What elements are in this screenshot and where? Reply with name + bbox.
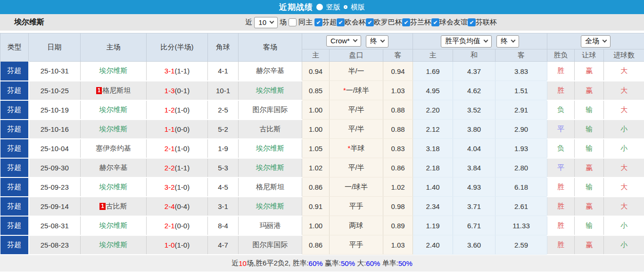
bookmaker-select[interactable]: Crow*: [326, 35, 361, 47]
result-wdl-cell: 负: [547, 100, 575, 120]
chevron-down-icon: [484, 38, 488, 42]
away-team-cell: 赫尔辛基: [239, 62, 302, 81]
table-row: 芬超25-09-141古比斯2-4(0-4)3-1埃尔维斯0.91平手0.982…: [0, 197, 644, 216]
avg-draw-cell: 6.71: [453, 216, 495, 235]
date-cell: 25-10-16: [29, 120, 81, 139]
league-checkbox[interactable]: [402, 18, 410, 26]
corner-cell: 5-2: [208, 120, 239, 139]
fulltime-score: 3-2: [165, 183, 175, 191]
home-team-cell: 埃尔维斯: [81, 100, 147, 120]
vertical-layout-radio[interactable]: [316, 4, 323, 10]
away-team-cell: 图尔库国际: [239, 100, 302, 120]
col-header-date: 日期: [29, 33, 81, 62]
home-team-name: 格尼斯坦: [102, 86, 131, 94]
handicap-line-cell: 平手: [330, 235, 383, 255]
avg-away-cell: 1.93: [495, 139, 547, 158]
odds-home-cell: 1.05: [302, 139, 330, 158]
league-checkbox[interactable]: [366, 18, 374, 26]
recent-results-titlebar: 近期战绩 竖版 横版: [0, 0, 644, 14]
handicap-line-cell: 平手: [330, 197, 383, 216]
result-handicap-cell: 赢: [575, 158, 604, 177]
filter-bar: 埃尔维斯 近 10 场 同主 芬超欧会杯欧罗巴杯芬兰杯球会友谊芬联杯: [0, 14, 644, 33]
avg-home-cell: 1.69: [413, 62, 453, 81]
away-team-name: 古比斯: [260, 125, 281, 133]
vertical-layout-label[interactable]: 竖版: [326, 3, 340, 12]
match-count-select[interactable]: 10: [254, 17, 278, 28]
result-goals-cell: 大: [604, 100, 644, 120]
avg-away-cell: 2.59: [495, 235, 547, 255]
corner-cell: 4-1: [208, 62, 239, 81]
league-checkbox[interactable]: [468, 18, 476, 26]
summary-segment: 60%: [309, 259, 323, 267]
home-team-name: 赫尔辛基: [99, 163, 128, 171]
corner-cell: 3-1: [208, 197, 239, 216]
away-team-cell: 图尔库国际: [239, 235, 302, 255]
league-checkbox[interactable]: [314, 18, 322, 26]
odds-home-cell: 0.86: [302, 235, 330, 255]
date-cell: 25-10-19: [29, 100, 81, 120]
subcol-odds-away: 客: [383, 49, 413, 62]
odds-away-cell: 0.83: [383, 139, 413, 158]
avg-draw-cell: 3.84: [453, 158, 495, 177]
avg-home-cell: 2.34: [413, 197, 453, 216]
date-cell: 25-09-30: [29, 158, 81, 177]
avg-draw-cell: 4.37: [453, 62, 495, 81]
league-checkbox[interactable]: [431, 18, 439, 26]
league-label: 芬兰杯: [410, 18, 431, 27]
league-filter: 芬兰杯: [402, 18, 431, 27]
odds-time-select[interactable]: 终: [366, 35, 388, 48]
summary-segment: 10: [239, 259, 247, 267]
league-label: 欧会杯: [345, 18, 366, 27]
home-team-name: 埃尔维斯: [99, 183, 128, 191]
home-team-cell: 埃尔维斯: [81, 120, 147, 139]
avg-away-cell: 1.51: [495, 81, 547, 100]
odds-home-cell: 0.85: [302, 81, 330, 100]
horizontal-layout-label[interactable]: 横版: [351, 3, 365, 12]
score-cell: 3-2(1-0): [147, 177, 208, 197]
result-goals-cell: 小: [604, 235, 644, 255]
avg-time-select[interactable]: 终: [496, 35, 519, 48]
avg-away-cell: 6.18: [495, 177, 547, 197]
handicap-line: 一/球半: [345, 183, 368, 191]
avg-type-select[interactable]: 胜平负均值: [441, 35, 492, 48]
home-team-name: 古比斯: [106, 202, 127, 210]
same-home-checkbox[interactable]: [289, 18, 297, 26]
avg-away-cell: 2.91: [495, 100, 547, 120]
away-team-name: 玛丽港: [260, 221, 281, 229]
handicap-line-cell: *半球: [330, 139, 383, 158]
home-team-cell: 塞伊奈约基: [81, 139, 147, 158]
halftime-score: (1-1): [175, 67, 190, 75]
table-row: 芬超25-10-31埃尔维斯3-1(1-1)4-1赫尔辛基0.94半/一0.94…: [0, 62, 644, 81]
period-select[interactable]: 全场: [581, 35, 611, 48]
date-cell: 25-09-23: [29, 177, 81, 197]
odds-away-cell: 0.88: [383, 100, 413, 120]
score-cell: 2-1(0-0): [147, 216, 208, 235]
handicap-line: 平/半: [348, 125, 364, 133]
league-filter: 欧会杯: [337, 18, 366, 27]
near-label: 近: [245, 18, 252, 27]
handicap-line-cell: 平/半: [330, 100, 383, 120]
table-row: 芬超25-09-23埃尔维斯3-2(1-0)4-5格尼斯坦0.86一/球半1.0…: [0, 177, 644, 197]
date-cell: 25-10-25: [29, 81, 81, 100]
date-cell: 25-10-04: [29, 139, 81, 158]
horizontal-layout-radio[interactable]: [344, 5, 347, 9]
subcol-odds-line: 盘口: [330, 49, 383, 62]
date-cell: 25-08-23: [29, 235, 81, 255]
league-checkbox[interactable]: [337, 18, 345, 26]
date-cell: 25-09-14: [29, 197, 81, 216]
same-home-label: 同主: [298, 18, 313, 27]
subcol-result-wdl: 胜负: [547, 49, 575, 62]
result-group-header: 全场: [547, 33, 644, 49]
summary-segment: 场,胜6平2负2,: [247, 259, 293, 268]
handicap-line: 平/半: [348, 163, 364, 171]
odds-away-cell: 0.94: [383, 62, 413, 81]
result-wdl-cell: 胜: [547, 235, 575, 255]
odds-home-cell: 1.00: [302, 100, 330, 120]
result-goals-cell: 大: [604, 81, 644, 100]
chevron-down-icon: [603, 38, 607, 42]
home-team-name: 埃尔维斯: [99, 105, 128, 113]
home-team-cell: 埃尔维斯: [81, 216, 147, 235]
handicap-line: 两球: [349, 221, 363, 229]
home-team-name: 埃尔维斯: [99, 125, 128, 133]
results-table: 类型 日期 主场 比分(半场) 角球 客场 Crow* 终 胜平负均值: [0, 33, 644, 255]
